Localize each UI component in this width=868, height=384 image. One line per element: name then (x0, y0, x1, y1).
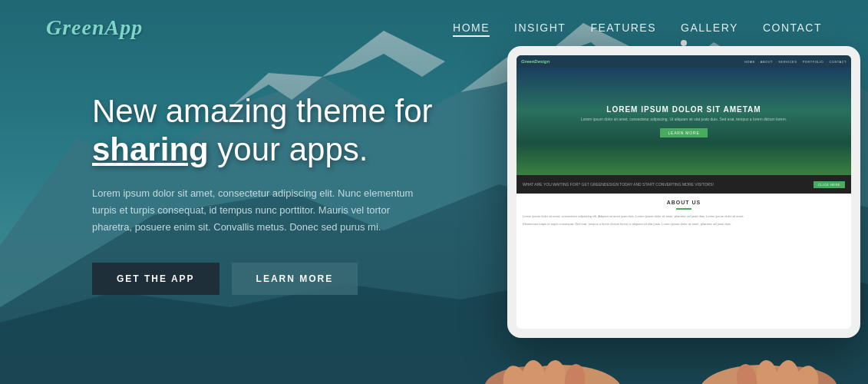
screen-about-text2: Elementum turpis et turpis consequat. Se… (523, 222, 845, 227)
screen-nav-link-home: HOME (744, 60, 755, 64)
nav-link-home[interactable]: HOME (453, 22, 490, 37)
hero-buttons: GET THE APP LEARN MORE (92, 263, 433, 295)
svg-point-19 (755, 360, 778, 384)
navigation: GreenApp HOME INSIGHT FEATURES GALLERY C… (0, 0, 868, 55)
nav-link-features[interactable]: FEATURES (590, 22, 656, 34)
svg-point-14 (521, 359, 547, 384)
nav-link-insight[interactable]: INSIGHT (514, 22, 566, 34)
tablet-mockup: GreenDesign HOME · ABOUT · SERVICES · PO… (438, 31, 868, 384)
screen-hero-button: LEARN MORE (660, 128, 707, 137)
get-app-button[interactable]: GET THE APP (92, 263, 219, 295)
screen-nav-links: HOME · ABOUT · SERVICES · PORTFOLIO · CO… (744, 60, 847, 64)
screen-hero-subtitle: Lorem ipsum dolor sit amet, consectetur … (566, 117, 802, 123)
nav-item-features[interactable]: FEATURES (590, 21, 656, 35)
svg-point-18 (774, 359, 800, 384)
nav-item-home[interactable]: HOME (453, 21, 490, 35)
nav-item-contact[interactable]: CONTACT (763, 21, 822, 35)
screen-nav-link-contact: · CONTACT (827, 60, 847, 64)
nav-links: HOME INSIGHT FEATURES GALLERY CONTACT (453, 21, 822, 35)
nav-item-gallery[interactable]: GALLERY (681, 21, 738, 35)
nav-link-contact[interactable]: CONTACT (763, 22, 822, 34)
screen-about-title: ABOUT US (523, 200, 845, 205)
screen-logo: GreenDesign (521, 59, 550, 64)
screen-cta-bar: WHAT ARE YOU WAITING FOR? GET GREENDESIG… (517, 175, 851, 194)
screen-hero: LOREM IPSUM DOLOR SIT AMETAM Lorem ipsum… (517, 68, 851, 175)
screen-hero-title: LOREM IPSUM DOLOR SIT AMETAM (606, 105, 761, 114)
screen-cta-text: WHAT ARE YOU WAITING FOR? GET GREENDESIG… (523, 182, 810, 187)
hero-section: GreenApp HOME INSIGHT FEATURES GALLERY C… (0, 0, 868, 384)
learn-more-button[interactable]: LEARN MORE (232, 263, 358, 295)
screen-cta-button: CLICK HERE (814, 181, 845, 188)
screen-nav-link-about: · ABOUT (758, 60, 773, 64)
hero-content: New amazing theme for sharing your apps.… (92, 92, 433, 295)
hero-description: Lorem ipsum dolor sit amet, consectetur … (92, 185, 414, 236)
svg-point-15 (543, 360, 566, 384)
hero-title-line1: New amazing theme for (92, 93, 433, 129)
hero-title-bold: sharing (92, 131, 209, 167)
logo[interactable]: GreenApp (46, 15, 143, 40)
hands-svg (438, 238, 868, 384)
screen-nav-link-portfolio: · PORTFOLIO (800, 60, 823, 64)
nav-link-gallery[interactable]: GALLERY (681, 22, 738, 34)
nav-item-insight[interactable]: INSIGHT (514, 21, 566, 35)
screen-nav-link-services: · SERVICES (776, 60, 797, 64)
logo-text: GreenApp (46, 15, 143, 39)
hero-title-rest: your apps. (209, 131, 368, 167)
screen-about-text1: Lorem ipsum dolor sit amet, consectetur … (523, 214, 845, 219)
screen-navigation: GreenDesign HOME · ABOUT · SERVICES · PO… (517, 55, 851, 68)
screen-about-divider (676, 208, 691, 210)
hero-title: New amazing theme for sharing your apps. (92, 92, 433, 170)
